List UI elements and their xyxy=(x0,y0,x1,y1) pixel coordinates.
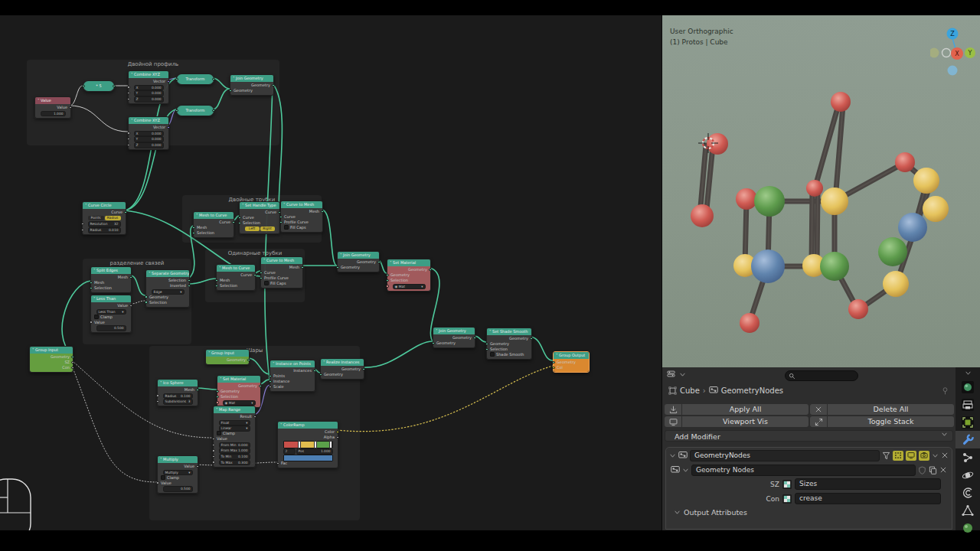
input-socket[interactable] xyxy=(212,455,214,458)
node-combine-xyz-2[interactable]: ˅ Combine XYZVectorX0.000Y0.000Z0.000 xyxy=(128,116,169,150)
node-transform-2[interactable]: Transform xyxy=(176,105,214,116)
close-icon[interactable] xyxy=(941,452,949,459)
node-compare-less-than[interactable]: ˅ Less ThanValueLess Than▾ClampValue0.50… xyxy=(90,295,132,333)
input-socket[interactable] xyxy=(156,481,158,484)
node-tree-name-field[interactable]: Geometry Nodes xyxy=(691,465,916,476)
input-socket[interactable] xyxy=(276,462,279,465)
input-socket[interactable] xyxy=(552,367,554,369)
ramp-index-field[interactable]: 2 xyxy=(283,448,296,455)
node-instance-on-points[interactable]: ˅ Instance on PointsInstancesPointsInsta… xyxy=(270,360,315,392)
input-socket[interactable] xyxy=(279,221,282,223)
delete-all-button[interactable]: Delete All xyxy=(810,404,954,415)
node-set-material-2[interactable]: ˅ Set MaterialGeometryGeometrySelection◉… xyxy=(217,375,261,408)
input-socket[interactable] xyxy=(192,232,194,234)
input-socket[interactable] xyxy=(127,144,129,146)
output-tab[interactable] xyxy=(956,396,980,413)
input-socket[interactable] xyxy=(386,274,388,276)
input-socket[interactable] xyxy=(260,277,262,279)
3d-viewport[interactable]: User Orthographic (1) Protos | Cube Z X … xyxy=(662,15,980,367)
node-transform-1[interactable]: Transform xyxy=(176,73,214,85)
output-socket[interactable] xyxy=(362,368,364,370)
funnel-icon[interactable] xyxy=(882,452,890,460)
physics-tab[interactable] xyxy=(956,466,980,484)
chevron-down-icon[interactable] xyxy=(682,467,689,474)
node-set-material-1[interactable]: ˅ Set MaterialGeometryGeometrySelection◉… xyxy=(387,259,431,292)
nodetree-browse-icon[interactable] xyxy=(671,465,680,474)
node-set-handle-type[interactable]: ˅ Set Handle TypeCurveCurveSelectionLeft… xyxy=(239,201,280,234)
breadcrumb-tree[interactable]: GeometryNodes xyxy=(721,386,783,395)
output-socket[interactable] xyxy=(71,367,74,369)
output-socket[interactable] xyxy=(253,274,256,276)
input-socket[interactable] xyxy=(212,449,214,452)
node-mesh-to-curve-1[interactable]: ˅ Mesh to CurveCurveMeshSelection xyxy=(193,211,234,238)
output-socket[interactable] xyxy=(71,356,74,358)
output-socket[interactable] xyxy=(336,436,338,439)
input-socket[interactable] xyxy=(127,138,129,140)
render-tab[interactable] xyxy=(956,378,980,396)
output-socket[interactable] xyxy=(212,78,214,80)
node-field[interactable]: Z0.000 xyxy=(134,142,164,148)
editor-separator[interactable] xyxy=(662,15,662,530)
output-socket[interactable] xyxy=(212,109,214,112)
realtime-toggle[interactable] xyxy=(906,451,916,461)
input-socket[interactable] xyxy=(215,285,217,287)
output-socket[interactable] xyxy=(313,370,315,372)
node-field[interactable]: To Max0.300 xyxy=(219,460,250,466)
input-socket[interactable] xyxy=(90,287,92,289)
output-attributes-header[interactable]: Output Attributes xyxy=(666,506,952,518)
input-socket[interactable] xyxy=(216,401,218,403)
node-join-geometry-3[interactable]: ˅ Join GeometryGeometryGeometry xyxy=(433,327,475,348)
input-socket[interactable] xyxy=(485,343,488,345)
navigation-gizmo[interactable]: Z X Y xyxy=(930,24,976,78)
checkbox[interactable] xyxy=(94,315,99,319)
particles-tab[interactable] xyxy=(956,448,980,466)
data-tab[interactable] xyxy=(956,501,980,519)
node-join-geometry-2[interactable]: ˅ Join GeometryGeometryGeometry xyxy=(337,251,380,272)
breadcrumb-object[interactable]: Cube xyxy=(680,386,700,395)
input-socket[interactable] xyxy=(269,375,271,377)
input-socket[interactable] xyxy=(319,373,322,376)
view-layer-tab[interactable] xyxy=(956,413,980,431)
chevron-down-icon[interactable] xyxy=(932,452,939,459)
input-socket[interactable] xyxy=(127,132,129,134)
output-socket[interactable] xyxy=(321,210,323,213)
chevron-down-icon[interactable] xyxy=(956,367,980,378)
toggle-stack-button[interactable]: Toggle Stack xyxy=(810,416,954,427)
input-socket[interactable] xyxy=(386,279,388,282)
node-map-range[interactable]: ˅ Map RangeResultFloat▾Linear▾ClampValue… xyxy=(213,406,256,468)
copy-icon[interactable] xyxy=(929,466,937,474)
output-socket[interactable] xyxy=(259,385,261,387)
input-socket[interactable] xyxy=(432,342,434,344)
input-socket[interactable] xyxy=(127,98,129,100)
output-socket[interactable] xyxy=(124,211,126,214)
input-socket[interactable] xyxy=(156,394,158,396)
modifier-tab[interactable] xyxy=(956,431,980,448)
node-math-multiply[interactable]: ˅ MultiplyValueMultiply▾ClampValue0.500 xyxy=(157,455,198,494)
node-field[interactable]: Radius0.010 xyxy=(88,227,121,233)
output-socket[interactable] xyxy=(429,269,431,271)
viewport-vis-button[interactable]: Viewport Vis xyxy=(665,416,808,427)
node-curve-to-mesh-1[interactable]: ˅ Curve to MeshMeshCurveProfile CurveFil… xyxy=(280,201,323,233)
search-input[interactable] xyxy=(785,370,858,381)
node-field[interactable]: 1.000 xyxy=(41,111,66,117)
output-socket[interactable] xyxy=(167,126,169,129)
input-socket[interactable] xyxy=(175,109,178,112)
input-socket[interactable] xyxy=(90,282,92,284)
output-socket[interactable] xyxy=(113,85,115,87)
input-socket[interactable] xyxy=(127,86,129,88)
input-socket[interactable] xyxy=(386,285,388,287)
output-socket[interactable] xyxy=(272,84,274,86)
input-socket[interactable] xyxy=(216,396,218,398)
input-socket[interactable] xyxy=(127,92,129,94)
node-field[interactable]: 0.500 xyxy=(163,486,193,492)
input-socket[interactable] xyxy=(175,78,178,80)
output-socket[interactable] xyxy=(377,261,380,263)
input-socket[interactable] xyxy=(192,227,194,229)
input-socket[interactable] xyxy=(269,380,271,383)
checkbox[interactable] xyxy=(284,225,289,230)
output-socket[interactable] xyxy=(188,279,190,282)
output-socket[interactable] xyxy=(232,221,234,223)
fake-user-shield-icon[interactable] xyxy=(918,466,926,474)
output-socket[interactable] xyxy=(473,337,475,339)
node-field[interactable]: 0.500 xyxy=(96,325,126,331)
